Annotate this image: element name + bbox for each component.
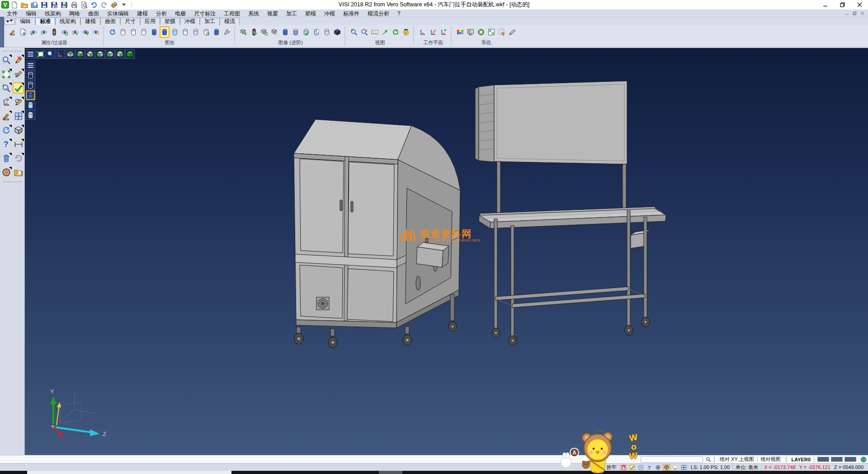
lock-toggle[interactable]: 拴牢	[604, 464, 619, 471]
menu-drawing[interactable]: 工程图	[220, 10, 244, 17]
new-document-icon[interactable]	[10, 0, 19, 9]
attributes-paint-icon[interactable]	[0, 110, 12, 122]
tab-modeling[interactable]: 建模	[80, 18, 100, 25]
mdi-minimize-button[interactable]	[843, 10, 851, 16]
hidden-line-mode-icon[interactable]	[128, 26, 138, 38]
mdi-close-button[interactable]	[859, 10, 866, 16]
tab-options-caret[interactable]	[5, 18, 14, 25]
show-entities-icon[interactable]	[28, 26, 38, 38]
snap-settings-icon[interactable]	[654, 464, 662, 471]
render-wireframe-icon[interactable]	[26, 71, 35, 80]
hide-entities-icon[interactable]	[39, 26, 49, 38]
mdi-restore-button[interactable]	[851, 10, 859, 16]
tab-mold[interactable]: 塑膜	[160, 18, 180, 25]
print-icon[interactable]	[70, 0, 79, 9]
menu-flow-analysis[interactable]: 模流分析	[363, 10, 393, 17]
workplane-new-icon[interactable]	[439, 26, 448, 38]
color-swatch[interactable]	[844, 457, 856, 462]
save-as-icon[interactable]	[50, 0, 59, 9]
adv-wire-cyl-icon[interactable]	[322, 26, 332, 38]
menu-mold[interactable]: 塑模	[301, 10, 320, 17]
view-front-icon[interactable]	[105, 49, 115, 59]
tab-dimension[interactable]: 尺寸	[120, 18, 140, 25]
analysis-mode-icon[interactable]	[201, 26, 211, 38]
measure-icon[interactable]	[13, 138, 24, 150]
menu-edit[interactable]: 编辑	[22, 10, 41, 17]
visi-logo-icon[interactable]: V	[1, 1, 9, 9]
confirm-selection-icon[interactable]	[13, 82, 24, 94]
view-orientation-icon[interactable]	[0, 96, 12, 108]
toolbar-grip[interactable]	[3, 51, 21, 52]
tab-surface[interactable]: 曲面	[100, 18, 120, 25]
adv-solid-cube-icon[interactable]	[332, 26, 342, 38]
workplane-icon[interactable]	[418, 26, 428, 38]
dashed-hidden-mode-icon[interactable]	[139, 26, 149, 38]
viewport-3d[interactable]: Y Z	[25, 48, 868, 455]
render-hidden-line-icon[interactable]	[26, 81, 35, 90]
color-palette-icon[interactable]	[455, 26, 465, 38]
zoom-extents-icon[interactable]	[380, 26, 390, 38]
restore-button[interactable]	[834, 0, 851, 9]
color-swatch[interactable]	[831, 457, 843, 462]
filter-traffic-icon[interactable]	[49, 26, 59, 38]
context-help-icon[interactable]	[646, 464, 653, 471]
adv-traffic-icon[interactable]	[249, 26, 259, 38]
open-document-icon[interactable]	[13, 166, 24, 178]
translucent-mode-icon[interactable]	[170, 26, 180, 38]
adv-page-cyl-icon[interactable]	[311, 26, 321, 38]
hide-all-icon[interactable]	[91, 26, 101, 38]
refresh-visibility-icon[interactable]	[60, 26, 70, 38]
delete-icon[interactable]	[0, 152, 12, 164]
cut-knife-icon[interactable]	[628, 464, 636, 471]
options-icon[interactable]	[476, 26, 486, 38]
view-isometric-icon[interactable]	[125, 49, 135, 59]
view-top-icon[interactable]	[66, 49, 75, 59]
adv-refresh-icon[interactable]	[259, 26, 269, 38]
render-transparent-icon[interactable]	[26, 100, 35, 110]
menu-file[interactable]: 文件	[3, 10, 22, 17]
render-shaded-icon[interactable]	[26, 90, 35, 100]
attributes-brush-icon[interactable]	[8, 26, 18, 38]
pane-grid-icon[interactable]	[680, 464, 688, 471]
tab-standard[interactable]: 标准	[35, 18, 55, 25]
undo-last-icon[interactable]	[13, 152, 24, 164]
flat-mode-icon[interactable]	[180, 26, 190, 38]
close-button[interactable]	[851, 0, 868, 9]
adv-striped-cyl-icon[interactable]	[291, 26, 301, 38]
edit-curve-icon[interactable]	[13, 68, 24, 80]
pen-settings-icon[interactable]	[507, 26, 517, 38]
shaded-edges-mode-icon[interactable]	[160, 26, 170, 38]
display-settings-icon[interactable]	[466, 26, 476, 38]
background-icon[interactable]	[486, 26, 496, 38]
render-settings-icon[interactable]	[222, 26, 232, 38]
adv-show-icon[interactable]	[239, 26, 249, 38]
insert-file-icon[interactable]	[30, 0, 39, 9]
menu-solid-edit[interactable]: 实体编辑	[103, 10, 133, 17]
tab-edit[interactable]: 编辑	[15, 18, 35, 25]
delete-entity-icon[interactable]	[13, 54, 24, 66]
tab-flow[interactable]: 模流	[220, 18, 240, 25]
adv-toggle-icon[interactable]	[270, 26, 280, 38]
search-icon[interactable]	[705, 456, 712, 463]
view-mode-indicator[interactable]: 绝对 XY 上视图	[717, 456, 757, 463]
save-all-icon[interactable]	[60, 0, 69, 9]
undo-icon[interactable]	[90, 0, 99, 9]
view-left-icon[interactable]	[95, 49, 105, 59]
color-swatch[interactable]	[817, 457, 829, 462]
zoom-window-icon[interactable]	[359, 26, 369, 38]
pan-zoom-icon[interactable]	[0, 54, 12, 66]
menu-dimension[interactable]: 尺寸标注	[190, 10, 220, 17]
convert-icon[interactable]	[109, 0, 118, 9]
save-icon[interactable]	[40, 0, 49, 9]
minimize-button[interactable]	[816, 0, 834, 9]
help-icon[interactable]	[0, 138, 12, 150]
viewer-icon[interactable]	[401, 26, 411, 38]
menu-window[interactable]: 视窗	[263, 10, 282, 17]
zoom-in-icon[interactable]	[349, 26, 359, 38]
menu-analysis[interactable]: 分析	[152, 10, 171, 17]
active-layer-indicator[interactable]: LAYER0	[788, 457, 814, 462]
view-menu-icon[interactable]	[26, 49, 35, 59]
zoom-previous-icon[interactable]	[46, 49, 55, 59]
toolbar-grip[interactable]	[3, 181, 21, 182]
menu-die[interactable]: 冲模	[320, 10, 339, 17]
